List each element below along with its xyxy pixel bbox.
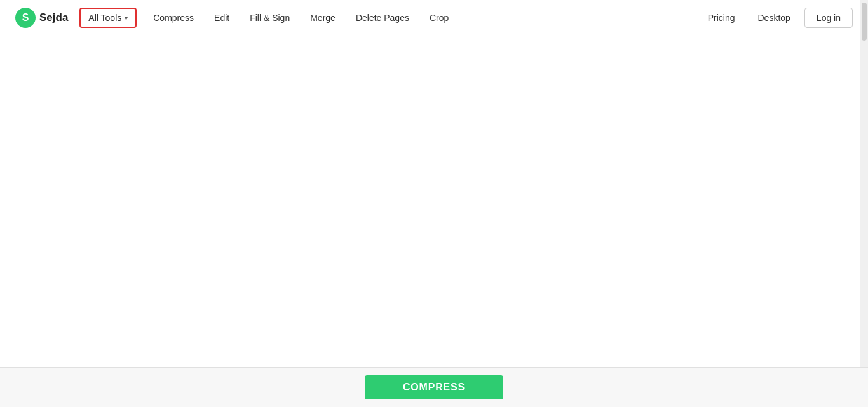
scrollbar[interactable] [860, 0, 868, 36]
header: S Sejda All Tools ▾ Compress Edit Fill &… [0, 0, 868, 36]
logo-text: Sejda [39, 11, 68, 24]
login-button[interactable]: Log in [804, 8, 853, 28]
nav-links: Compress Edit Fill & Sign Merge Delete P… [143, 0, 459, 36]
logo-icon: S [15, 8, 36, 28]
header-right: Pricing Desktop Log in [699, 0, 853, 36]
pricing-link[interactable]: Pricing [699, 0, 744, 36]
nav-edit[interactable]: Edit [204, 0, 240, 36]
nav-fill-sign[interactable]: Fill & Sign [240, 0, 300, 36]
desktop-link[interactable]: Desktop [749, 0, 799, 36]
scrollbar-thumb[interactable] [862, 3, 867, 36]
all-tools-button[interactable]: All Tools ▾ [79, 8, 137, 28]
nav-merge[interactable]: Merge [300, 0, 346, 36]
chevron-down-icon: ▾ [125, 15, 128, 22]
logo-area[interactable]: S Sejda [15, 8, 68, 28]
nav-crop[interactable]: Crop [419, 0, 459, 36]
nav-compress[interactable]: Compress [143, 0, 204, 36]
nav-delete-pages[interactable]: Delete Pages [346, 0, 419, 36]
